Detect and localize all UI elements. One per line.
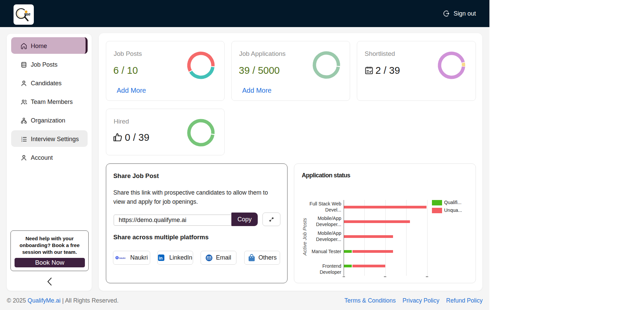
svg-text:in: in bbox=[159, 256, 163, 261]
svg-text:me: me bbox=[24, 11, 31, 17]
svg-text:naukri: naukri bbox=[119, 257, 125, 260]
svg-text:3: 3 bbox=[21, 140, 22, 142]
